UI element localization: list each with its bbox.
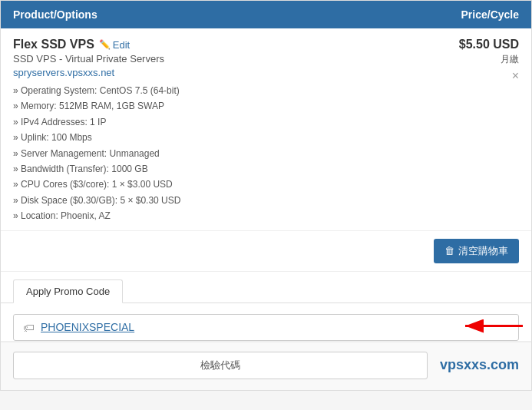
spec-os: Operating System: CentOS 7.5 (64-bit) (13, 83, 419, 98)
spec-memory: Memory: 512MB RAM, 1GB SWAP (13, 98, 419, 114)
product-details: Flex SSD VPS ✏️ Edit SSD VPS - Virtual P… (13, 38, 419, 224)
promo-tabs-bar: Apply Promo Code (1, 272, 531, 303)
product-price: $5.50 USD (459, 38, 519, 51)
clear-cart-button[interactable]: 🗑 清空購物車 (434, 239, 519, 263)
spec-location: Location: Phoenix, AZ (13, 208, 419, 223)
edit-label: Edit (113, 39, 130, 51)
promo-body: 🏷 PHOENIXSPECIAL (1, 303, 531, 342)
clear-cart-row: 🗑 清空購物車 (1, 231, 531, 272)
validate-label: 檢驗代碼 (200, 359, 240, 371)
spec-disk: Disk Space ($0.30/GB): 5 × $0.30 USD (13, 193, 419, 208)
price-cycle-header: Price/Cycle (461, 8, 520, 21)
clear-cart-label: 清空購物車 (458, 244, 508, 258)
validate-row: 檢驗代碼 vpsxxs.com (1, 342, 531, 390)
promo-tab-label: Apply Promo Code (26, 286, 110, 297)
trash-icon: 🗑 (444, 245, 454, 256)
pencil-icon: ✏️ (99, 39, 111, 50)
spec-ipv4: IPv4 Addresses: 1 IP (13, 114, 419, 130)
table-header: Product/Options Price/Cycle (1, 1, 531, 28)
product-link[interactable]: spryservers.vpsxxs.net (13, 67, 419, 78)
tag-icon: 🏷 (23, 321, 35, 334)
product-pricing: $5.50 USD 月繳 × (419, 38, 519, 83)
product-title-row: Flex SSD VPS ✏️ Edit (13, 38, 419, 51)
spec-uplink: Uplink: 100 Mbps (13, 130, 419, 145)
edit-link[interactable]: ✏️ Edit (99, 39, 130, 51)
spec-management: Server Management: Unmanaged (13, 146, 419, 161)
promo-input-row: 🏷 PHOENIXSPECIAL (13, 314, 519, 341)
main-container: Product/Options Price/Cycle Flex SSD VPS… (0, 0, 532, 391)
product-subtitle: SSD VPS - Virtual Private Servers (13, 53, 419, 64)
product-options-header: Product/Options (13, 8, 97, 21)
promo-code-tab[interactable]: Apply Promo Code (13, 279, 123, 303)
product-cycle: 月繳 (431, 53, 519, 66)
watermark-text: vpsxxs.com (440, 357, 519, 373)
product-specs-list: Operating System: CentOS 7.5 (64-bit) Me… (13, 83, 419, 224)
spec-cpu: CPU Cores ($3/core): 1 × $3.00 USD (13, 177, 419, 192)
product-name: Flex SSD VPS (13, 38, 94, 51)
remove-button[interactable]: × (431, 69, 519, 83)
validate-button[interactable]: 檢驗代碼 (13, 352, 428, 379)
spec-bandwidth: Bandwidth (Transfer): 1000 GB (13, 161, 419, 177)
promo-code-input[interactable]: PHOENIXSPECIAL (41, 321, 509, 333)
product-row: Flex SSD VPS ✏️ Edit SSD VPS - Virtual P… (1, 28, 531, 231)
